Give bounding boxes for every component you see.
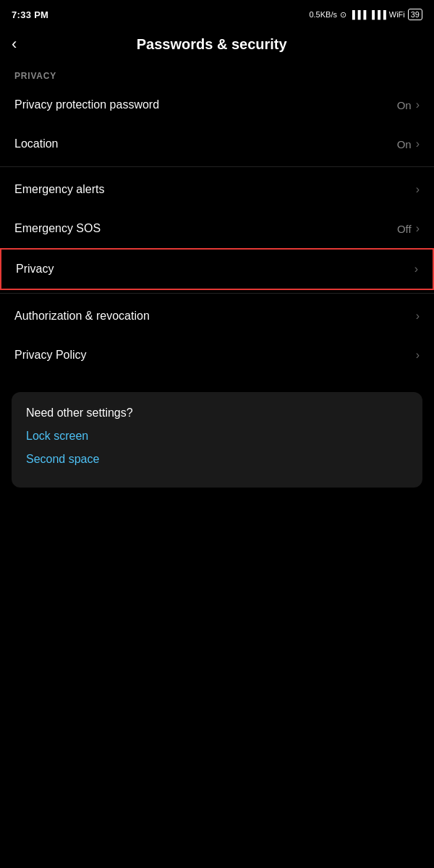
page-title: Passwords & security xyxy=(25,36,398,53)
menu-item-right-location: On› xyxy=(397,137,420,150)
menu-item-label-privacy: Privacy xyxy=(16,263,54,276)
menu-item-label-privacy-protection-password: Privacy protection password xyxy=(14,98,159,111)
menu-item-label-location: Location xyxy=(14,137,59,150)
page-header: ‹ Passwords & security xyxy=(0,26,434,65)
menu-item-label-privacy-policy: Privacy Policy xyxy=(14,349,87,362)
chevron-right-icon: › xyxy=(416,98,420,111)
menu-item-status-location: On xyxy=(397,138,412,150)
menu-item-label-emergency-sos: Emergency SOS xyxy=(14,222,101,235)
chevron-right-icon: › xyxy=(414,263,418,276)
menu-item-label-authorization-revocation: Authorization & revocation xyxy=(14,310,150,323)
bottom-card: Need other settings? Lock screen Second … xyxy=(12,392,422,488)
menu-item-emergency-alerts[interactable]: Emergency alerts› xyxy=(0,170,434,209)
divider xyxy=(0,293,434,294)
menu-item-authorization-revocation[interactable]: Authorization & revocation› xyxy=(0,297,434,336)
menu-item-label-emergency-alerts: Emergency alerts xyxy=(14,183,105,196)
menu-item-privacy-policy[interactable]: Privacy Policy› xyxy=(0,336,434,375)
second-space-link[interactable]: Second space xyxy=(26,453,408,466)
battery-level: 39 xyxy=(411,10,420,19)
menu-item-right-emergency-alerts: › xyxy=(416,183,420,196)
section-label: PRIVACY xyxy=(0,65,434,85)
status-time: 7:33 PM xyxy=(12,9,48,20)
menu-item-location[interactable]: LocationOn› xyxy=(0,124,434,163)
menu-list: Privacy protection passwordOn›LocationOn… xyxy=(0,85,434,375)
chevron-right-icon: › xyxy=(416,137,420,150)
menu-item-right-privacy-protection-password: On› xyxy=(397,98,420,111)
chevron-right-icon: › xyxy=(416,222,420,235)
bottom-card-title: Need other settings? xyxy=(26,407,408,420)
menu-item-privacy[interactable]: Privacy› xyxy=(0,248,434,290)
network-speed: 0.5KB/s xyxy=(309,10,337,19)
clock-icon: ⊙ xyxy=(340,10,346,20)
status-icons: 0.5KB/s ⊙ ▐▐▐ ▐▐▐ WiFi 39 xyxy=(309,9,422,20)
menu-item-emergency-sos[interactable]: Emergency SOSOff› xyxy=(0,209,434,248)
menu-item-status-privacy-protection-password: On xyxy=(397,99,412,111)
chevron-right-icon: › xyxy=(416,310,420,323)
lock-screen-link[interactable]: Lock screen xyxy=(26,430,408,443)
divider xyxy=(0,166,434,167)
menu-item-privacy-protection-password[interactable]: Privacy protection passwordOn› xyxy=(0,85,434,124)
battery-icon: 39 xyxy=(408,9,422,20)
menu-item-status-emergency-sos: Off xyxy=(397,223,412,235)
wifi-icon: WiFi xyxy=(389,10,405,19)
signal-icon: ▐▐▐ xyxy=(349,10,366,19)
chevron-right-icon: › xyxy=(416,349,420,362)
menu-item-right-privacy-policy: › xyxy=(416,349,420,362)
status-bar: 7:33 PM 0.5KB/s ⊙ ▐▐▐ ▐▐▐ WiFi 39 xyxy=(0,0,434,26)
back-button[interactable]: ‹ xyxy=(12,35,17,54)
signal-icon-2: ▐▐▐ xyxy=(369,10,386,19)
menu-item-right-authorization-revocation: › xyxy=(416,310,420,323)
chevron-right-icon: › xyxy=(416,183,420,196)
menu-item-right-emergency-sos: Off› xyxy=(397,222,420,235)
menu-item-right-privacy: › xyxy=(414,263,418,276)
